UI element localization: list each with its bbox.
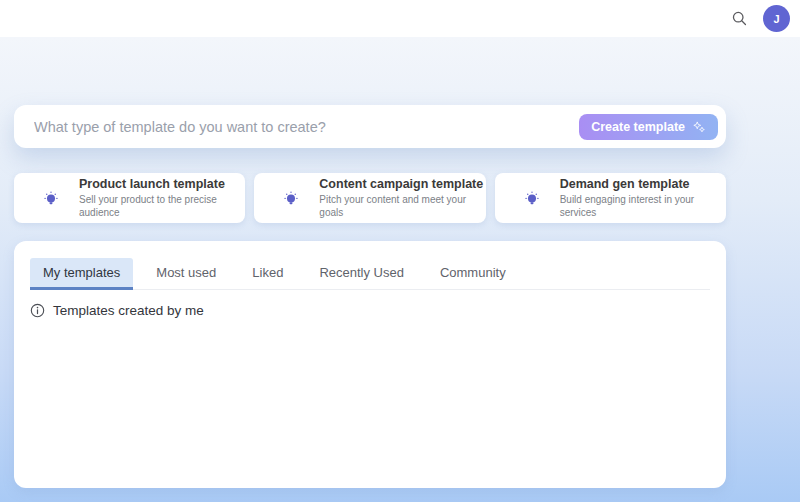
card-subtitle: Build engaging interest in your services xyxy=(560,193,726,219)
search-icon[interactable] xyxy=(727,7,751,31)
template-prompt-input[interactable] xyxy=(34,119,579,135)
suggestion-card-demand-gen[interactable]: Demand gen template Build engaging inter… xyxy=(495,173,726,223)
lightbulb-icon xyxy=(280,187,302,209)
create-template-label: Create template xyxy=(591,120,685,134)
suggestion-card-product-launch[interactable]: Product launch template Sell your produc… xyxy=(14,173,245,223)
empty-state-message: Templates created by me xyxy=(53,303,204,318)
top-bar: J xyxy=(0,0,800,37)
lightbulb-icon xyxy=(521,187,543,209)
card-text: Demand gen template Build engaging inter… xyxy=(560,177,726,220)
card-text: Content campaign template Pitch your con… xyxy=(319,177,485,220)
tab-most-used[interactable]: Most used xyxy=(143,258,229,289)
create-template-button[interactable]: Create template xyxy=(579,114,718,140)
tab-my-templates[interactable]: My templates xyxy=(30,258,133,289)
card-subtitle: Pitch your content and meet your goals xyxy=(319,193,485,219)
template-composer-bar: Create template xyxy=(14,105,726,148)
card-text: Product launch template Sell your produc… xyxy=(79,177,245,220)
sparkles-icon xyxy=(692,120,706,134)
tab-liked[interactable]: Liked xyxy=(239,258,296,289)
card-subtitle: Sell your product to the precise audienc… xyxy=(79,193,245,219)
templates-tabs: My templates Most used Liked Recently Us… xyxy=(30,258,710,290)
suggestion-card-content-campaign[interactable]: Content campaign template Pitch your con… xyxy=(254,173,485,223)
empty-state-row: Templates created by me xyxy=(30,303,710,318)
card-title: Demand gen template xyxy=(560,177,726,193)
main-content: Create template xyxy=(0,37,800,502)
tab-community[interactable]: Community xyxy=(427,258,519,289)
suggestion-cards-row: Product launch template Sell your produc… xyxy=(14,173,726,223)
templates-panel: My templates Most used Liked Recently Us… xyxy=(14,241,726,488)
tab-recently-used[interactable]: Recently Used xyxy=(306,258,417,289)
avatar[interactable]: J xyxy=(763,5,790,32)
card-title: Product launch template xyxy=(79,177,245,193)
content-container: Create template xyxy=(14,37,726,488)
lightbulb-icon xyxy=(40,187,62,209)
card-title: Content campaign template xyxy=(319,177,485,193)
info-icon xyxy=(30,303,45,318)
